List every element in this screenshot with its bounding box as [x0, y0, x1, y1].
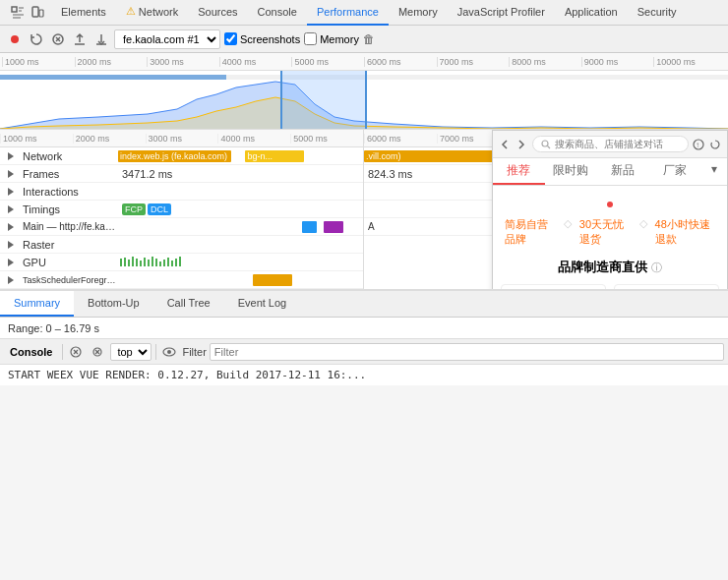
share-icon: ↑: [693, 139, 704, 150]
tab-bottom-up[interactable]: Bottom-Up: [74, 291, 153, 317]
url-select[interactable]: fe.kaola.com #1: [114, 29, 220, 49]
bottom-panel-tabs: Summary Bottom-Up Call Tree Event Log: [0, 290, 728, 318]
reload-btn[interactable]: [28, 30, 45, 48]
ruler-mark-5: 5000 ms: [291, 57, 364, 67]
ss-tabs-bar: 推荐 限时购 新品 厂家 ▾: [493, 158, 727, 186]
timeline-overview[interactable]: [0, 71, 728, 130]
ss-section-title: 品牌制造商直供 ⓘ: [501, 259, 719, 276]
gpu-bars-container: [118, 257, 363, 268]
ss-card-0[interactable]: 新秀丽制造商 59 元起 上新: [501, 284, 606, 289]
tab-console[interactable]: Console: [248, 0, 307, 26]
tab-elements[interactable]: Elements: [51, 0, 116, 26]
svg-text:↑: ↑: [696, 141, 699, 149]
ss-promo-brand: 简易自营品牌: [505, 217, 556, 247]
ss-tab-brand[interactable]: 厂家: [649, 158, 701, 185]
expand-network-icon[interactable]: [8, 152, 19, 160]
ss-search-box[interactable]: [532, 136, 689, 152]
ruler-marks-container: 1000 ms 2000 ms 3000 ms 4000 ms 5000 ms …: [2, 57, 726, 67]
tab-sources[interactable]: Sources: [188, 0, 247, 26]
ruler-mark-2: 2000 ms: [75, 57, 148, 67]
expand-main-icon[interactable]: [8, 223, 19, 231]
ruler-mark-7: 7000 ms: [437, 57, 510, 67]
tab-security[interactable]: Security: [628, 0, 687, 26]
console-label: Console: [4, 346, 58, 358]
svg-rect-24: [167, 258, 169, 266]
console-clear-btn[interactable]: [67, 343, 85, 361]
flame-row-main: Main — http://fe.kaola.com:8080/demo/nor…: [0, 218, 363, 236]
ss-forward-btn[interactable]: [516, 136, 528, 153]
ss-share-btn[interactable]: ↑: [693, 136, 705, 153]
svg-rect-18: [144, 258, 146, 266]
expand-gpu-icon[interactable]: [8, 259, 19, 266]
svg-line-29: [547, 145, 550, 148]
console-stop-btn[interactable]: [89, 343, 106, 361]
back-icon: [499, 139, 511, 150]
devtools-tabbar: Elements ⚠ Network Sources Console Perfo…: [0, 0, 728, 26]
dcl-badge: DCL: [148, 203, 171, 215]
console-filter-input[interactable]: [210, 343, 724, 361]
svg-rect-23: [163, 260, 165, 266]
svg-rect-6: [39, 10, 43, 17]
expand-timings-icon[interactable]: [8, 205, 19, 213]
ss-refresh-btn[interactable]: [708, 136, 721, 153]
clear-btn[interactable]: 🗑: [363, 32, 375, 46]
tab-summary[interactable]: Summary: [0, 291, 74, 317]
ss-tab-more[interactable]: ▾: [701, 158, 727, 185]
ss-red-dot: [501, 198, 719, 209]
console-eye-btn[interactable]: [160, 343, 178, 361]
ss-tab-new[interactable]: 新品: [597, 158, 649, 185]
ss-tab-limited[interactable]: 限时购: [545, 158, 597, 185]
main-bar-1[interactable]: [302, 221, 317, 233]
screenshots-checkbox[interactable]: Screenshots: [224, 32, 300, 45]
expand-frames-icon[interactable]: [8, 170, 19, 178]
ss-search-input[interactable]: [555, 139, 680, 149]
tab-network[interactable]: ⚠ Network: [116, 0, 188, 26]
upload-btn[interactable]: [71, 30, 89, 48]
console-stop-icon: [91, 346, 103, 358]
flame-row-network: Network index.web.js (fe.kaola.com) bg-n…: [0, 147, 363, 165]
tab-js-profiler[interactable]: JavaScript Profiler: [448, 0, 555, 26]
expand-raster-icon[interactable]: [8, 241, 19, 249]
flame-left-panel: 1000 ms 2000 ms 3000 ms 4000 ms 5000 ms …: [0, 130, 364, 289]
red-dot-icon: [607, 202, 613, 207]
console-context-select[interactable]: top: [110, 343, 152, 361]
timeline-ruler: 1000 ms 2000 ms 3000 ms 4000 ms 5000 ms …: [0, 53, 728, 71]
flame-label-taskscheduler: TaskSchedulerForegroundBlockingWorker: [0, 275, 118, 285]
inspect-icon[interactable]: [10, 5, 26, 21]
flame-row-taskscheduler: TaskSchedulerForegroundBlockingWorker: [0, 271, 363, 289]
network-bar-bg[interactable]: bg-n...: [245, 150, 304, 162]
taskscheduler-bar[interactable]: [253, 274, 292, 286]
main-bar-2[interactable]: [324, 221, 343, 233]
timeline-selection[interactable]: [280, 71, 367, 129]
performance-toolbar: fe.kaola.com #1 Screenshots Memory 🗑: [0, 26, 728, 53]
download-icon: [94, 32, 108, 46]
tab-memory[interactable]: Memory: [389, 0, 448, 26]
tab-application[interactable]: Application: [555, 0, 628, 26]
divider-1: [62, 344, 63, 360]
tab-call-tree[interactable]: Call Tree: [153, 291, 224, 317]
download-btn[interactable]: [92, 30, 110, 48]
expand-interactions-icon[interactable]: [8, 188, 19, 196]
expand-taskscheduler-icon[interactable]: [8, 276, 19, 284]
ss-tab-recommended[interactable]: 推荐: [493, 158, 545, 185]
taskscheduler-label: TaskSchedulerForegroundBlockingWorker: [23, 275, 118, 285]
flame-label-interactions: Interactions: [0, 186, 118, 198]
ss-card-1[interactable]: MUJI制造商 12.9 元起 上新: [614, 284, 719, 289]
tab-event-log[interactable]: Event Log: [224, 291, 301, 317]
tab-performance[interactable]: Performance: [307, 0, 389, 26]
flame-label-raster: Raster: [0, 239, 118, 251]
record-btn[interactable]: [6, 30, 24, 48]
flame-row-raster: Raster: [0, 236, 363, 254]
memory-checkbox[interactable]: Memory: [304, 32, 359, 45]
flame-bars-main: [118, 220, 363, 234]
ss-back-btn[interactable]: [499, 136, 512, 153]
stop-btn[interactable]: [49, 30, 67, 48]
clear-icon: [70, 346, 82, 358]
ss-product-grid: 新秀丽制造商 59 元起 上新 MUJI制造商 12.9 元起 上新: [501, 284, 719, 289]
frm-1: 1000 ms: [0, 134, 73, 144]
console-toolbar: Console top Filter: [0, 339, 728, 365]
device-icon[interactable]: [30, 5, 45, 21]
svg-rect-17: [140, 261, 142, 266]
network-bar-index[interactable]: index.web.js (fe.kaola.com): [118, 150, 231, 162]
ss-content-area: 简易自营品牌 ◇ 30天无忧退货 ◇ 48小时快速退款 品牌制造商直供 ⓘ 新秀…: [493, 186, 727, 289]
